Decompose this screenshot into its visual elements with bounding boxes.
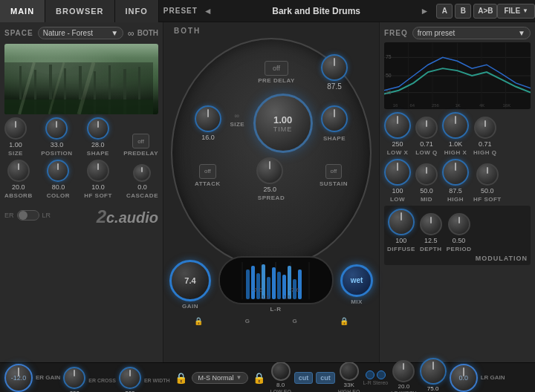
tab-info[interactable]: INFO — [115, 0, 159, 22]
preset-b-button[interactable]: B — [455, 4, 471, 19]
predelay-top-button[interactable]: off — [265, 61, 288, 76]
modulation-section: 100 DIFFUSE 12.5 DEPTH 0.50 PERIOD MODUL… — [384, 206, 531, 265]
tab-browser[interactable]: BROWSER — [45, 0, 114, 22]
svg-rect-25 — [272, 267, 276, 299]
freq-header: FREQ from preset ▼ — [384, 27, 531, 39]
bottom-lock-2-icon: 🔒 — [253, 372, 265, 384]
absorb-value: 20.0 — [12, 183, 25, 191]
er-cross-knob[interactable]: 200 — [63, 367, 85, 389]
predelay-button[interactable]: off — [132, 134, 149, 148]
shape-knob[interactable] — [87, 117, 109, 140]
er-toggle[interactable]: ER LR — [4, 210, 51, 220]
hfsoft-knob[interactable] — [87, 160, 109, 182]
low-x-knob[interactable] — [384, 112, 411, 139]
depth-value: 12.5 — [424, 237, 438, 244]
high-q-value: 0.71 — [479, 140, 492, 148]
svg-text:-7.6: -7.6 — [289, 287, 299, 293]
er-width-knob[interactable]: 200 — [119, 367, 141, 389]
svg-text:50: 50 — [386, 73, 392, 78]
depth-knob[interactable] — [420, 213, 442, 235]
er-gain-knob[interactable]: -12.0 — [4, 364, 33, 392]
prev-preset-button[interactable]: ◄ — [201, 6, 215, 16]
hfsoft-right-knob[interactable] — [476, 163, 499, 186]
lr-gain-knob[interactable]: 0.0 — [450, 364, 478, 392]
low-q-knob[interactable] — [415, 117, 438, 139]
mid-knob[interactable] — [415, 163, 438, 186]
knob-row-1: 1.00 SIZE 33.0 POSITION 28.0 SHAPE off P… — [4, 117, 158, 157]
ms-select-label: M-S Normal — [198, 374, 234, 382]
time-value: 1.00 — [273, 114, 293, 125]
center-size-knob[interactable] — [195, 105, 221, 132]
high-q-knob[interactable] — [474, 117, 496, 139]
high-knob[interactable] — [442, 159, 469, 186]
lr-cross-knob[interactable]: 75.0 — [420, 358, 447, 385]
preset-ab-button[interactable]: A>B — [473, 4, 497, 19]
mid-label: MID — [421, 196, 432, 203]
brand-logo: 2c.audio — [97, 206, 158, 227]
shape-center-knob[interactable] — [321, 105, 348, 132]
predelay-value-knob[interactable] — [321, 54, 348, 81]
spread-center-knob[interactable] — [256, 157, 283, 184]
gain-lock-row: 🔒 G G 🔒 — [166, 317, 376, 325]
tab-main[interactable]: MAIN — [0, 0, 45, 22]
diffuse-label: DIFFUSE — [387, 246, 415, 252]
center-size-value: 16.0 — [201, 134, 215, 141]
svg-rect-21 — [251, 266, 255, 299]
depth-label: DEPTH — [420, 246, 442, 252]
mix-value: wet — [351, 276, 363, 284]
er-cross-label: ER CROSS — [88, 378, 116, 383]
freq-select[interactable]: from preset ▼ — [412, 27, 531, 39]
ms-select[interactable]: M-S Normal ▼ — [192, 372, 249, 384]
color-knob[interactable] — [47, 160, 69, 182]
file-button[interactable]: FILE ▼ — [497, 4, 535, 19]
high-eq-value: 33K — [344, 382, 354, 388]
preset-a-button[interactable]: A — [436, 4, 453, 19]
size-knob[interactable] — [4, 117, 27, 140]
high-eq-knob[interactable] — [340, 362, 359, 381]
low-value: 100 — [392, 187, 403, 195]
size-knob-group: 1.00 SIZE — [4, 117, 27, 157]
position-knob[interactable] — [45, 117, 68, 140]
shape-center-label: SHAPE — [323, 135, 346, 142]
high-x-label: HIGH X — [444, 149, 467, 156]
absorb-knob[interactable] — [7, 160, 30, 182]
svg-rect-23 — [262, 264, 265, 299]
right-knob-row-2: 100 LOW 50.0 MID 87.5 HIGH 50.0 HF SOFT — [384, 159, 531, 203]
cut-button-left[interactable]: cut — [294, 372, 314, 384]
svg-text:16: 16 — [393, 103, 398, 108]
lr-width-knob[interactable] — [392, 360, 415, 382]
lr-gain-value: 0.0 — [458, 374, 468, 382]
svg-rect-20 — [246, 270, 250, 299]
space-select[interactable]: Nature - Forest ▼ — [38, 27, 123, 39]
er-width-value: 200 — [125, 390, 134, 393]
low-eq-knob[interactable] — [271, 362, 291, 381]
gain-lock-left: 🔒 — [194, 317, 203, 325]
diffuse-knob[interactable] — [388, 209, 415, 235]
attack-button[interactable]: off — [199, 164, 216, 179]
modulation-label: MODULATION — [387, 255, 528, 262]
size-value: 1.00 — [9, 141, 22, 148]
both-indicator: ∞ BOTH — [128, 28, 158, 39]
time-knob[interactable]: 1.00 TIME — [253, 94, 313, 153]
toggle-knob — [19, 211, 27, 220]
next-preset-button[interactable]: ► — [418, 6, 432, 16]
cascade-knob[interactable] — [133, 164, 151, 182]
diffuse-value: 100 — [395, 237, 406, 244]
period-knob[interactable] — [448, 213, 470, 235]
mix-knob[interactable]: wet — [340, 264, 373, 297]
sustain-button[interactable]: off — [325, 164, 343, 179]
gain-lock-right: 🔒 — [340, 317, 348, 325]
period-group: 0.50 PERIOD — [447, 213, 472, 252]
er-toggle-switch[interactable] — [17, 210, 39, 220]
svg-text:1.1: 1.1 — [283, 295, 291, 300]
low-x-value: 250 — [392, 140, 403, 148]
low-eq-value: 8.0 — [276, 382, 285, 388]
size-center-label: SIZE — [230, 121, 244, 128]
gain-knob[interactable]: 7.4 — [169, 260, 211, 301]
cut-button-right[interactable]: cut — [316, 372, 335, 384]
hfsoft-right-value: 50.0 — [481, 187, 494, 195]
lr-cross-value: 75.0 — [427, 385, 439, 392]
high-x-knob[interactable] — [442, 112, 469, 139]
low-knob[interactable] — [384, 159, 411, 186]
low-q-group: 0.71 LOW Q — [415, 117, 438, 156]
